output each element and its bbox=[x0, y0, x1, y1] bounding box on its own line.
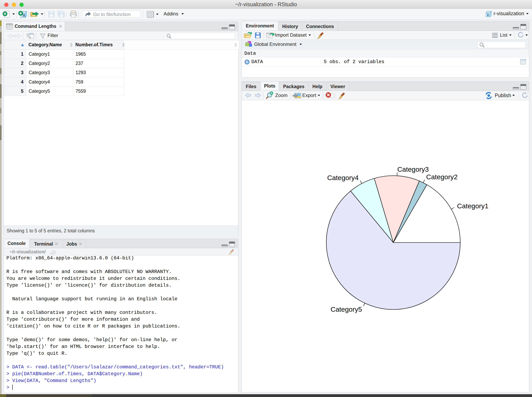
svg-text:R: R bbox=[487, 13, 489, 17]
